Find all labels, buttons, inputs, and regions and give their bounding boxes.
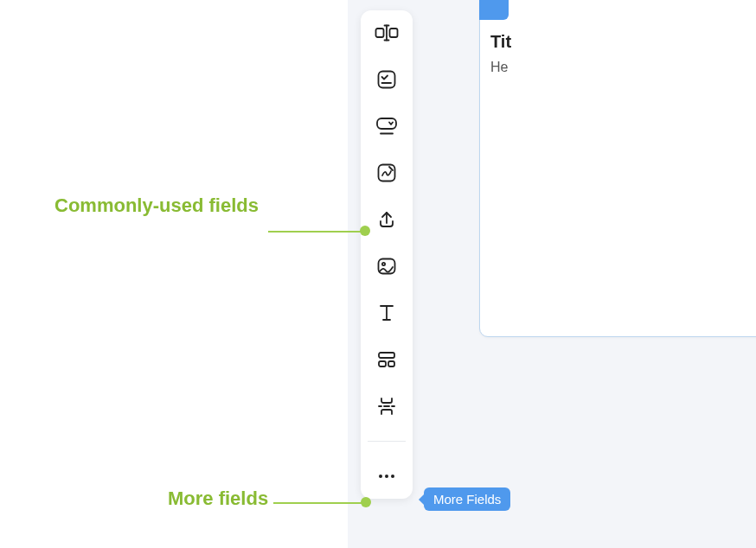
image-icon[interactable]	[375, 254, 399, 278]
more-fields-tooltip: More Fields	[424, 487, 510, 511]
svg-rect-3	[379, 72, 395, 88]
dropdown-icon[interactable]	[375, 114, 399, 138]
svg-rect-16	[388, 361, 394, 366]
svg-rect-0	[376, 29, 384, 37]
fields-toolbar	[361, 10, 413, 499]
annotation-commonly-used: Commonly-used fields	[54, 194, 259, 217]
card-accent-tab	[479, 0, 509, 20]
multiple-choice-icon[interactable]	[375, 67, 399, 92]
toolbar-divider	[368, 441, 406, 442]
annotation-leader-1	[268, 231, 362, 233]
page-break-icon[interactable]	[375, 394, 399, 418]
svg-rect-15	[379, 361, 386, 366]
svg-point-20	[379, 475, 382, 478]
form-card-subtitle: He	[490, 60, 508, 75]
svg-point-22	[391, 475, 394, 478]
signature-icon[interactable]	[375, 161, 399, 185]
annotation-leader-dot-2	[361, 497, 371, 507]
svg-point-21	[385, 475, 388, 478]
form-preview-card: Tit He	[479, 0, 756, 337]
annotation-more-fields: More fields	[168, 487, 268, 510]
heading-icon[interactable]	[375, 301, 399, 325]
svg-rect-5	[377, 118, 396, 129]
svg-rect-14	[379, 353, 394, 358]
text-input-field-icon[interactable]	[375, 21, 399, 45]
svg-rect-1	[390, 29, 398, 37]
annotation-leader-dot-1	[360, 226, 370, 236]
section-icon[interactable]	[375, 347, 399, 372]
upload-icon[interactable]	[375, 207, 399, 232]
annotation-leader-2	[273, 502, 363, 504]
form-card-title: Tit	[490, 32, 511, 52]
svg-point-10	[382, 263, 385, 265]
more-fields-button[interactable]	[375, 464, 399, 488]
